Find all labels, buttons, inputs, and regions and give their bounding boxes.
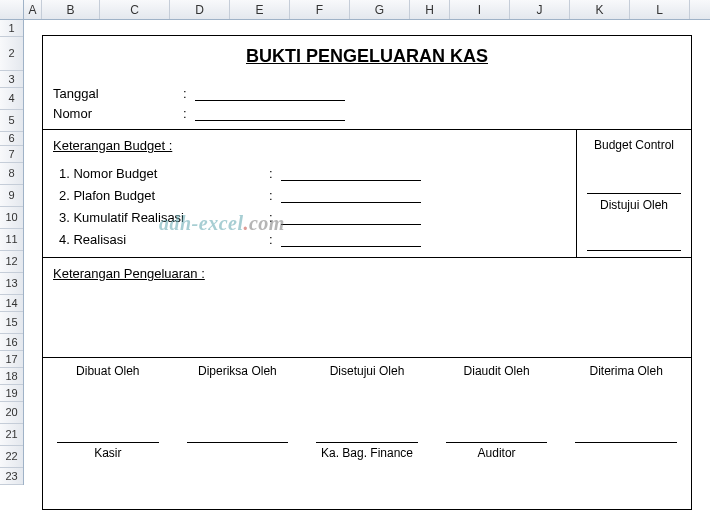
budget-item-4: 4. Realisasi: <box>53 225 566 247</box>
budget-control-box: Budget Control Distujui Oleh <box>576 130 691 257</box>
row-header-2[interactable]: 2 <box>0 37 23 71</box>
input-line-nomor <box>195 107 345 121</box>
column-header-h[interactable]: H <box>410 0 450 19</box>
row-header-12[interactable]: 12 <box>0 251 23 273</box>
row-header-23[interactable]: 23 <box>0 468 23 485</box>
signature-col-3: Disetujui OlehKa. Bag. Finance <box>302 358 432 466</box>
row-header-18[interactable]: 18 <box>0 368 23 385</box>
row-header-5[interactable]: 5 <box>0 110 23 132</box>
row-header-6[interactable]: 6 <box>0 132 23 146</box>
row-header-13[interactable]: 13 <box>0 273 23 295</box>
label-nomor: Nomor <box>53 106 183 121</box>
budget-item-label: 3. Kumulatif Realisasi <box>59 210 269 225</box>
row-header-9[interactable]: 9 <box>0 185 23 207</box>
budget-control-label: Budget Control <box>581 136 687 158</box>
row-header-19[interactable]: 19 <box>0 385 23 402</box>
header-fields: Tanggal : Nomor : <box>43 81 691 129</box>
row-header-20[interactable]: 20 <box>0 402 23 424</box>
row-header-4[interactable]: 4 <box>0 88 23 110</box>
column-header-c[interactable]: C <box>100 0 170 19</box>
column-header-i[interactable]: I <box>450 0 510 19</box>
sig-head: Dibuat Oleh <box>47 364 169 384</box>
sig-head: Disetujui Oleh <box>306 364 428 384</box>
row-header-10[interactable]: 10 <box>0 207 23 229</box>
budget-title: Keterangan Budget : <box>53 138 566 153</box>
sig-role: Ka. Bag. Finance <box>306 444 428 462</box>
budget-item-label: 4. Realisasi <box>59 232 269 247</box>
section-pengeluaran: Keterangan Pengeluaran : <box>43 258 691 358</box>
colon: : <box>269 188 281 203</box>
approved-by-label: Distujui Oleh <box>581 194 687 216</box>
row-headers: 1234567891011121314151617181920212223 <box>0 20 24 485</box>
select-all-corner[interactable] <box>0 0 24 19</box>
input-line-tanggal <box>195 87 345 101</box>
sig-head: Diterima Oleh <box>565 364 687 384</box>
row-header-3[interactable]: 3 <box>0 71 23 88</box>
row-header-15[interactable]: 15 <box>0 312 23 334</box>
field-tanggal: Tanggal : <box>53 81 681 101</box>
row-header-7[interactable]: 7 <box>0 146 23 163</box>
colon: : <box>269 210 281 225</box>
column-header-e[interactable]: E <box>230 0 290 19</box>
column-header-d[interactable]: D <box>170 0 230 19</box>
colon: : <box>183 86 195 101</box>
budget-item-2: 2. Plafon Budget: <box>53 181 566 203</box>
sig-role <box>177 444 299 462</box>
pengeluaran-title: Keterangan Pengeluaran : <box>53 266 681 281</box>
colon: : <box>269 166 281 181</box>
label-tanggal: Tanggal <box>53 86 183 101</box>
budget-item-1: 1. Nomor Budget: <box>53 159 566 181</box>
column-headers: ABCDEFGHIJKL <box>0 0 710 20</box>
input-line <box>281 211 421 225</box>
row-header-17[interactable]: 17 <box>0 351 23 368</box>
signature-col-5: Diterima Oleh <box>561 358 691 466</box>
signature-col-2: Diperiksa Oleh <box>173 358 303 466</box>
section-budget: Keterangan Budget : 1. Nomor Budget:2. P… <box>43 130 691 258</box>
sig-head: Diperiksa Oleh <box>177 364 299 384</box>
signature-col-4: Diaudit OlehAuditor <box>432 358 562 466</box>
spreadsheet-grid[interactable]: BUKTI PENGELUARAN KAS Tanggal : Nomor : … <box>24 20 710 517</box>
row-header-8[interactable]: 8 <box>0 163 23 185</box>
form-title: BUKTI PENGELUARAN KAS <box>43 36 691 81</box>
budget-item-label: 1. Nomor Budget <box>59 166 269 181</box>
sig-role <box>565 444 687 462</box>
budget-item-label: 2. Plafon Budget <box>59 188 269 203</box>
sig-head: Diaudit Oleh <box>436 364 558 384</box>
input-line <box>281 233 421 247</box>
row-header-16[interactable]: 16 <box>0 334 23 351</box>
field-nomor: Nomor : <box>53 101 681 121</box>
signature-line <box>587 250 681 251</box>
column-header-j[interactable]: J <box>510 0 570 19</box>
column-header-b[interactable]: B <box>42 0 100 19</box>
row-header-22[interactable]: 22 <box>0 446 23 468</box>
column-header-a[interactable]: A <box>24 0 42 19</box>
column-header-f[interactable]: F <box>290 0 350 19</box>
column-header-g[interactable]: G <box>350 0 410 19</box>
sig-role: Auditor <box>436 444 558 462</box>
column-header-l[interactable]: L <box>630 0 690 19</box>
column-header-k[interactable]: K <box>570 0 630 19</box>
input-line <box>281 189 421 203</box>
colon: : <box>269 232 281 247</box>
row-header-11[interactable]: 11 <box>0 229 23 251</box>
sig-role: Kasir <box>47 444 169 462</box>
signature-table: Dibuat OlehKasirDiperiksa OlehDisetujui … <box>43 358 691 466</box>
form-container: BUKTI PENGELUARAN KAS Tanggal : Nomor : … <box>42 35 692 510</box>
row-header-14[interactable]: 14 <box>0 295 23 312</box>
row-header-21[interactable]: 21 <box>0 424 23 446</box>
budget-item-3: 3. Kumulatif Realisasi: <box>53 203 566 225</box>
budget-left: Keterangan Budget : 1. Nomor Budget:2. P… <box>43 130 576 257</box>
signature-col-1: Dibuat OlehKasir <box>43 358 173 466</box>
input-line <box>281 167 421 181</box>
colon: : <box>183 106 195 121</box>
row-header-1[interactable]: 1 <box>0 20 23 37</box>
